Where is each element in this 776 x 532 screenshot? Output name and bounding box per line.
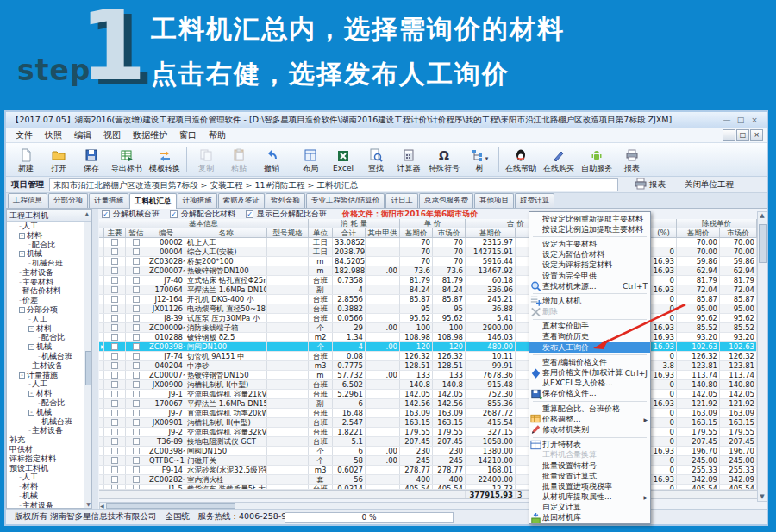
checkbox-icon[interactable] — [133, 315, 140, 322]
option-checkbox-2[interactable]: ✓ — [246, 210, 253, 218]
main-checkbox[interactable] — [104, 437, 126, 446]
menu-item-2[interactable]: 设定为主要材料 — [529, 239, 650, 249]
checkbox-icon[interactable] — [111, 400, 118, 407]
checkbox-icon[interactable] — [111, 324, 118, 331]
menu-item-0[interactable]: 按设定比例重新提取主要材料 — [529, 214, 650, 224]
toolbar-button-7[interactable]: 撤销 — [255, 144, 288, 175]
checkbox-icon[interactable] — [133, 277, 140, 284]
menu-item-25[interactable]: 自定义计算 — [529, 503, 650, 513]
checkbox-icon[interactable] — [111, 248, 118, 255]
main-checkbox[interactable] — [104, 247, 126, 256]
checkbox-icon[interactable] — [133, 267, 140, 274]
tree-item-30[interactable]: -主材设备 — [7, 501, 85, 508]
tree-item-2[interactable]: -配合比 — [7, 241, 85, 250]
column-header-8[interactable]: 其中甲供 — [366, 228, 400, 238]
menu-item-23[interactable]: 批量设置进项税税率 — [529, 481, 650, 491]
sidebar-scroll-thumb[interactable] — [85, 351, 91, 385]
checkbox-icon[interactable] — [133, 448, 140, 454]
table-row-23[interactable]: QTFBC~11门磁开关个58.0024524514210.000245.002… — [99, 456, 757, 466]
table-row-24[interactable]: F9-14水泥砂浆(水泥32.5级)强度m30.6027278.77278.77… — [99, 466, 757, 475]
checkbox-icon[interactable] — [111, 485, 118, 489]
column-header-4[interactable]: 名称 — [185, 228, 267, 238]
main-checkbox[interactable] — [104, 342, 126, 351]
estimate-checkbox[interactable] — [126, 380, 147, 389]
tab-9[interactable]: 总承包服务费 — [419, 193, 473, 208]
table-row-1[interactable]: 00004综合人工(安装)工日2038.7987070142715.91070.… — [99, 247, 757, 257]
collapse-icon[interactable]: - — [19, 251, 25, 257]
collapse-icon[interactable]: - — [19, 307, 25, 313]
collapse-icon[interactable]: - — [28, 326, 34, 332]
tab-7[interactable]: 专业工程暂估/结算价 — [306, 193, 385, 208]
main-checkbox[interactable] — [104, 371, 126, 379]
main-checkbox[interactable] — [104, 276, 126, 285]
table-row-5[interactable]: 170064平焊法兰 1.6MPa DN100副484.2484.24336.9… — [99, 285, 757, 295]
tab-4[interactable]: 计项措施 — [178, 193, 217, 208]
menu-item-14[interactable]: 从EXCEL导入价格... — [529, 379, 650, 389]
collapse-icon[interactable]: - — [28, 391, 34, 397]
tree-item-0[interactable]: -人工 — [7, 222, 85, 231]
grid-vscroll-thumb[interactable] — [759, 224, 767, 263]
column-header-13[interactable]: (%) — [651, 228, 677, 238]
main-checkbox[interactable] — [104, 266, 126, 275]
main-checkbox[interactable] — [104, 380, 126, 389]
table-row-4[interactable]: J7-40立式钻床 钻孔直径Φ25mm台班0.735881.7981.7960.… — [99, 276, 757, 285]
menu-item-3[interactable]: 设定为暂估价材料 — [529, 250, 650, 260]
estimate-checkbox[interactable] — [126, 238, 147, 247]
estimate-checkbox[interactable] — [126, 466, 147, 474]
tab-0[interactable]: 工程信息 — [8, 193, 47, 208]
collapse-icon[interactable]: - — [19, 233, 25, 239]
tab-6[interactable]: 暂列金额 — [266, 193, 305, 208]
minimize-button[interactable]: — — [720, 116, 734, 124]
estimate-checkbox[interactable] — [126, 314, 147, 322]
checkbox-icon[interactable] — [133, 334, 140, 341]
checkbox-icon[interactable] — [133, 400, 140, 407]
column-header-15[interactable]: 市场价 — [720, 228, 757, 238]
checkbox-icon[interactable] — [133, 239, 140, 246]
menu-item-16[interactable]: 重算配合比、台班价格 — [529, 404, 650, 414]
tree-item-26[interactable]: 预设工料机 — [7, 464, 85, 473]
table-row-22[interactable]: ZC00398~1闸阀DN150个6.002302301380.0016.931… — [99, 447, 757, 456]
checkbox-icon[interactable] — [133, 429, 140, 435]
estimate-checkbox[interactable] — [126, 390, 147, 398]
checkbox-icon[interactable] — [133, 438, 140, 445]
table-row-18[interactable]: J9-7直流电弧焊机 功率20kW 小台班16.48163.09163.0926… — [99, 409, 757, 418]
main-checkbox[interactable] — [104, 390, 126, 398]
table-row-21[interactable]: T36-89接地电阻测试仪 GCT台班5.1207.45207.451058.0… — [99, 437, 757, 447]
toolbar-button-12[interactable]: Ω特殊符号 — [425, 144, 463, 175]
menu-item-5[interactable]: 窗口 — [173, 128, 203, 142]
project-manager-label[interactable]: 项目管理 — [11, 179, 44, 191]
estimate-checkbox[interactable] — [126, 342, 147, 351]
toolbar-button-8[interactable]: 布局 — [294, 144, 327, 175]
toolbar-button-4[interactable]: 模板转换 — [146, 144, 184, 175]
toolbar-button-16[interactable]: 自助服务 — [578, 144, 616, 175]
checkbox-icon[interactable] — [133, 343, 140, 350]
checkbox-icon[interactable] — [133, 248, 140, 255]
main-checkbox[interactable] — [104, 333, 126, 341]
checkbox-icon[interactable] — [133, 296, 140, 303]
mdi-restore-button[interactable]: □ — [736, 129, 749, 141]
table-row-3[interactable]: ZC00007~2热镀锌钢管DN100m182.988.0073.673.613… — [99, 266, 757, 276]
table-row-16[interactable]: J9-1交流电弧焊机 容量21kV·A台班5.2961142.05142.057… — [99, 390, 757, 399]
menu-item-15[interactable]: 保存价格文件... — [529, 389, 650, 399]
checkbox-icon[interactable] — [111, 305, 118, 312]
main-checkbox[interactable] — [104, 428, 126, 436]
estimate-checkbox[interactable] — [126, 418, 147, 427]
table-row-15[interactable]: JX00900沟槽轧制机 I(中型)台班6.502140.8140.8915.4… — [99, 380, 757, 390]
checkbox-icon[interactable] — [133, 419, 140, 426]
main-checkbox[interactable] — [104, 314, 126, 322]
checkbox-icon[interactable] — [111, 239, 118, 246]
toolbar-button-10[interactable]: 查找 — [360, 144, 392, 175]
table-row-25[interactable]: ZC00282~1室内消火栓套5640040022400.0016.93342.… — [99, 475, 757, 485]
toolbar-button-2[interactable]: 保存 — [75, 144, 108, 175]
main-checkbox[interactable] — [104, 409, 126, 417]
column-header-3[interactable]: 编号 — [147, 228, 185, 238]
collapse-icon[interactable]: - — [19, 372, 25, 379]
estimate-checkbox[interactable] — [126, 371, 147, 379]
tab-8[interactable]: 计日工 — [385, 193, 418, 208]
grid-hscroll-thumb[interactable] — [106, 503, 235, 509]
table-row-19[interactable]: JX00901沟槽轧制机 II(中型)台班2.547163.15163.1541… — [99, 418, 757, 428]
checkbox-icon[interactable] — [111, 362, 118, 369]
menu-item-17[interactable]: 价格调整...▶ — [529, 414, 650, 424]
menu-item-21[interactable]: 批量设置特材号 — [529, 460, 650, 471]
menu-item-24[interactable]: 从材机库提取属性...▶ — [529, 492, 650, 503]
